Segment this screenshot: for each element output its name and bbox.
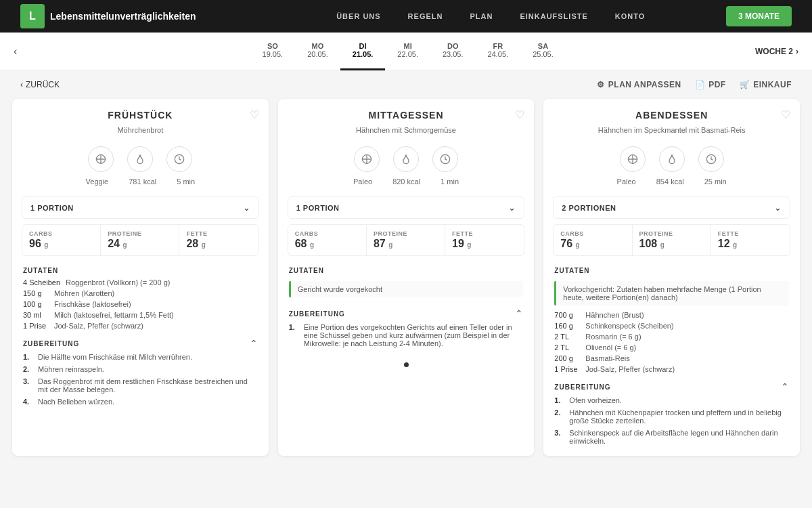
- svg-text:L: L: [29, 9, 36, 22]
- plan-anpassen-label: PLAN ANPASSEN: [608, 80, 681, 89]
- macros-container-fruehstueck: 1 PORTION ⌄ CARBS 96 g PROTEINE 24 g: [22, 196, 259, 256]
- macro-cell-proteine-fruehstueck: PROTEINE 24 g: [101, 225, 179, 255]
- portion-label-fruehstueck: 1 PORTION: [30, 204, 74, 212]
- zubereitung-steps-mittagessen: 1. Eine Portion des vorgekochten Gericht…: [278, 323, 535, 358]
- stat-1-abendessen: 854 kcal: [656, 177, 684, 186]
- zubereitung-header-fruehstueck[interactable]: ZUBEREITUNG ⌃: [12, 331, 269, 353]
- macro-cell-carbs-mittagessen: CARBS 68 g: [288, 225, 367, 255]
- card-header-mittagessen: MITTAGESSEN ♡: [278, 99, 535, 123]
- zubereitung-steps-fruehstueck: 1. Die Hälfte vom Frischkäse mit Milch v…: [12, 353, 269, 417]
- back-button[interactable]: ‹ ZURÜCK: [20, 80, 60, 89]
- week-label: WOCHE 2: [755, 47, 793, 56]
- nav-ueber-uns[interactable]: ÜBER UNS: [336, 12, 380, 20]
- date-item-so[interactable]: SO19.05.: [250, 33, 296, 70]
- date-item-sa[interactable]: SA25.05.: [520, 33, 566, 70]
- stats-row-abendessen: Paleo854 kcal25 min: [543, 175, 800, 192]
- date-list: SO19.05.MO20.05.DI21.05.MI22.05.DO23.05.…: [17, 33, 798, 70]
- einkauf-button[interactable]: 🛒 EINKAUF: [740, 80, 792, 89]
- card-mittagessen: MITTAGESSEN ♡ Hähnchen mit Schmorgemüse …: [278, 99, 535, 456]
- nav-einkaufsliste[interactable]: EINKAUFSLISTE: [520, 12, 587, 20]
- stat-2-fruehstueck: 5 min: [177, 177, 195, 186]
- pdf-label: PDF: [708, 80, 726, 89]
- date-bar: ‹ SO19.05.MO20.05.DI21.05.MI22.05.DO23.0…: [0, 33, 812, 70]
- nav-plan[interactable]: PLAN: [470, 12, 493, 20]
- portion-label-mittagessen: 1 PORTION: [296, 204, 340, 212]
- zubereitung-title-abendessen: ZUBEREITUNG: [554, 383, 610, 391]
- zubereitung-header-abendessen[interactable]: ZUBEREITUNG ⌃: [543, 375, 800, 396]
- leaf-icon-abendessen: [620, 146, 646, 172]
- favorite-icon-fruehstueck[interactable]: ♡: [250, 108, 259, 121]
- meal-subtitle-abendessen: Hähnchen im Speckmantel mit Basmati-Reis: [543, 123, 800, 140]
- stats-row-fruehstueck: Veggie781 kcal5 min: [12, 175, 269, 192]
- portion-selector-mittagessen[interactable]: 1 PORTION ⌄: [288, 196, 525, 219]
- card-title-abendessen: ABENDESSEN: [635, 110, 708, 121]
- cta-button[interactable]: 3 MONATE: [726, 6, 792, 26]
- macros-grid-mittagessen: CARBS 68 g PROTEINE 87 g FETTE 19 g: [288, 224, 525, 256]
- card-header-fruehstueck: FRÜHSTÜCK ♡: [12, 99, 269, 123]
- stat-2-mittagessen: 1 min: [441, 177, 459, 186]
- zubereitung-chevron-fruehstueck: ⌃: [250, 338, 258, 349]
- pdf-button[interactable]: 📄 PDF: [695, 80, 726, 89]
- macros-container-abendessen: 2 PORTIONEN ⌄ CARBS 76 g PROTEINE 108 g: [553, 196, 790, 256]
- stat-0-mittagessen: Paleo: [353, 177, 372, 186]
- breadcrumb-bar: ‹ ZURÜCK ⚙ PLAN ANPASSEN 📄 PDF 🛒 EINKAUF: [0, 70, 812, 99]
- date-item-fr[interactable]: FR24.05.: [476, 33, 521, 70]
- flame-icon-abendessen: [659, 146, 685, 172]
- clock-icon-mittagessen: [432, 146, 458, 172]
- date-item-mi[interactable]: MI22.05.: [385, 33, 430, 70]
- next-week-arrow[interactable]: ›: [796, 47, 798, 56]
- zubereitung-chevron-mittagessen: ⌃: [515, 308, 523, 319]
- card-title-mittagessen: MITTAGESSEN: [368, 110, 443, 121]
- stat-1-mittagessen: 820 kcal: [392, 177, 420, 186]
- zubereitung-chevron-abendessen: ⌃: [781, 381, 789, 392]
- zutaten-row-2-fruehstueck: 100 g Frischkäse (laktosefrei): [23, 299, 258, 310]
- nav-regeln[interactable]: REGELN: [408, 12, 443, 20]
- zutaten-table-abendessen: 700 g Hähnchen (Brust) 160 g Schinkenspe…: [543, 310, 800, 375]
- zutaten-title-mittagessen: ZUTATEN: [278, 260, 535, 277]
- step-3-abendessen: 3. Schinkenspeck auf die Arbeitsfläche l…: [554, 429, 789, 445]
- zutaten-row-0-abendessen: 700 g Hähnchen (Brust): [554, 310, 789, 320]
- main-nav: ÜBER UNS REGELN PLAN EINKAUFSLISTE KONTO: [256, 12, 726, 20]
- macro-cell-proteine-abendessen: PROTEINE 108 g: [633, 225, 711, 255]
- zubereitung-header-mittagessen[interactable]: ZUBEREITUNG ⌃: [278, 301, 535, 323]
- date-item-mo[interactable]: MO20.05.: [295, 33, 340, 70]
- portion-label-abendessen: 2 PORTIONEN: [562, 204, 616, 212]
- flame-icon-mittagessen: [393, 146, 419, 172]
- macros-grid-fruehstueck: CARBS 96 g PROTEINE 24 g FETTE 28 g: [22, 224, 259, 256]
- stat-0-fruehstueck: Veggie: [86, 177, 109, 186]
- zutaten-row-0-fruehstueck: 4 Scheiben Roggenbrot (Vollkorn) (= 200 …: [23, 277, 258, 288]
- zubereitung-title-fruehstueck: ZUBEREITUNG: [23, 340, 79, 347]
- card-title-fruehstueck: FRÜHSTÜCK: [108, 110, 173, 121]
- macro-cell-carbs-fruehstueck: CARBS 96 g: [22, 225, 101, 255]
- card-abendessen: ABENDESSEN ♡ Hähnchen im Speckmantel mit…: [543, 99, 800, 456]
- step-1-fruehstueck: 1. Die Hälfte vom Frischkäse mit Milch v…: [23, 353, 258, 361]
- portion-selector-abendessen[interactable]: 2 PORTIONEN ⌄: [553, 196, 790, 219]
- zubereitung-steps-abendessen: 1. Ofen vorheizen. 2. Hähnchen mit Küche…: [543, 396, 800, 456]
- card-fruehstueck: FRÜHSTÜCK ♡ Möhrchenbrot Veggie781 kcal5…: [12, 99, 269, 456]
- zutaten-row-5-abendessen: 1 Prise Jod-Salz, Pfeffer (schwarz): [554, 364, 789, 375]
- portion-selector-fruehstueck[interactable]: 1 PORTION ⌄: [22, 196, 259, 219]
- filter-icon: ⚙: [597, 80, 605, 89]
- zutaten-row-4-abendessen: 200 g Basmati-Reis: [554, 353, 789, 364]
- date-item-do[interactable]: DO23.05.: [430, 33, 476, 70]
- chevron-down-icon-abendessen: ⌄: [774, 203, 782, 213]
- step-3-fruehstueck: 3. Das Roggenbrot mit dem restlichen Fri…: [23, 377, 258, 394]
- cards-container: FRÜHSTÜCK ♡ Möhrchenbrot Veggie781 kcal5…: [0, 99, 812, 469]
- macro-cell-fette-fruehstueck: FETTE 28 g: [179, 225, 258, 255]
- macros-container-mittagessen: 1 PORTION ⌄ CARBS 68 g PROTEINE 87 g: [288, 196, 525, 256]
- back-label: ZURÜCK: [26, 80, 60, 89]
- flame-icon-fruehstueck: [127, 146, 153, 172]
- pagination-dots-mittagessen: [278, 358, 535, 371]
- favorite-icon-abendessen[interactable]: ♡: [781, 108, 790, 121]
- top-actions: ⚙ PLAN ANPASSEN 📄 PDF 🛒 EINKAUF: [597, 80, 792, 89]
- plan-anpassen-button[interactable]: ⚙ PLAN ANPASSEN: [597, 80, 681, 89]
- logo-area: L Lebensmittelunverträglichkeiten: [20, 4, 256, 28]
- week-nav[interactable]: WOCHE 2 ›: [755, 47, 798, 56]
- stat-1-fruehstueck: 781 kcal: [129, 177, 156, 186]
- macro-cell-fette-abendessen: FETTE 12 g: [711, 225, 790, 255]
- date-item-di[interactable]: DI21.05.: [340, 33, 386, 70]
- favorite-icon-mittagessen[interactable]: ♡: [515, 108, 524, 121]
- nav-konto[interactable]: KONTO: [615, 12, 646, 20]
- icons-row-abendessen: [543, 140, 800, 175]
- icons-row-mittagessen: [278, 140, 535, 175]
